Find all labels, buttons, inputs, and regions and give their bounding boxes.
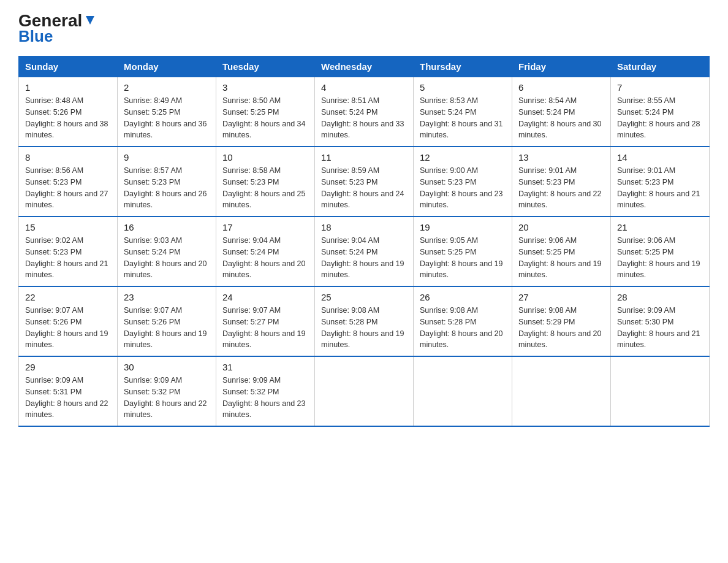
calendar-cell: 27Sunrise: 9:08 AMSunset: 5:29 PMDayligh… [512, 286, 611, 356]
calendar-week-row: 29Sunrise: 9:09 AMSunset: 5:31 PMDayligh… [19, 356, 710, 426]
header-monday: Monday [118, 56, 216, 77]
day-number: 24 [222, 292, 308, 302]
day-info: Sunrise: 8:53 AMSunset: 5:24 PMDaylight:… [420, 95, 506, 141]
header-tuesday: Tuesday [216, 56, 315, 77]
logo: General Blue [18, 12, 97, 46]
header-wednesday: Wednesday [315, 56, 414, 77]
calendar-table: SundayMondayTuesdayWednesdayThursdayFrid… [18, 56, 710, 427]
calendar-cell: 14Sunrise: 9:01 AMSunset: 5:23 PMDayligh… [611, 147, 710, 216]
calendar-cell: 13Sunrise: 9:01 AMSunset: 5:23 PMDayligh… [512, 147, 611, 216]
day-info: Sunrise: 9:04 AMSunset: 5:24 PMDaylight:… [222, 235, 308, 281]
day-number: 14 [617, 152, 703, 163]
calendar-cell: 9Sunrise: 8:57 AMSunset: 5:23 PMDaylight… [118, 147, 216, 216]
calendar-cell: 25Sunrise: 9:08 AMSunset: 5:28 PMDayligh… [315, 286, 414, 356]
day-number: 22 [25, 292, 111, 302]
calendar-cell: 10Sunrise: 8:58 AMSunset: 5:23 PMDayligh… [216, 147, 315, 216]
day-number: 28 [617, 292, 703, 302]
day-info: Sunrise: 8:48 AMSunset: 5:26 PMDaylight:… [25, 95, 111, 141]
day-info: Sunrise: 9:09 AMSunset: 5:32 PMDaylight:… [124, 375, 210, 421]
day-info: Sunrise: 9:01 AMSunset: 5:23 PMDaylight:… [518, 165, 604, 211]
day-number: 21 [617, 222, 703, 232]
day-number: 4 [321, 82, 407, 93]
calendar-cell: 31Sunrise: 9:09 AMSunset: 5:32 PMDayligh… [216, 356, 315, 426]
day-number: 10 [222, 152, 308, 163]
day-number: 13 [518, 152, 604, 163]
calendar-cell: 28Sunrise: 9:09 AMSunset: 5:30 PMDayligh… [611, 286, 710, 356]
calendar-week-row: 8Sunrise: 8:56 AMSunset: 5:23 PMDaylight… [19, 147, 710, 216]
day-info: Sunrise: 8:50 AMSunset: 5:25 PMDaylight:… [222, 95, 308, 141]
calendar-cell: 8Sunrise: 8:56 AMSunset: 5:23 PMDaylight… [19, 147, 118, 216]
calendar-cell: 22Sunrise: 9:07 AMSunset: 5:26 PMDayligh… [19, 286, 118, 356]
day-number: 26 [420, 292, 506, 302]
calendar-cell: 12Sunrise: 9:00 AMSunset: 5:23 PMDayligh… [414, 147, 512, 216]
svg-marker-0 [86, 16, 94, 25]
day-info: Sunrise: 9:07 AMSunset: 5:27 PMDaylight:… [222, 305, 308, 351]
day-info: Sunrise: 9:06 AMSunset: 5:25 PMDaylight:… [518, 235, 604, 281]
day-info: Sunrise: 9:08 AMSunset: 5:28 PMDaylight:… [420, 305, 506, 351]
logo-blue: Blue [18, 27, 53, 46]
day-info: Sunrise: 9:07 AMSunset: 5:26 PMDaylight:… [124, 305, 210, 351]
calendar-cell: 6Sunrise: 8:54 AMSunset: 5:24 PMDaylight… [512, 77, 611, 147]
calendar-cell: 7Sunrise: 8:55 AMSunset: 5:24 PMDaylight… [611, 77, 710, 147]
day-number: 11 [321, 152, 407, 163]
header-friday: Friday [512, 56, 611, 77]
calendar-cell: 23Sunrise: 9:07 AMSunset: 5:26 PMDayligh… [118, 286, 216, 356]
calendar-cell: 4Sunrise: 8:51 AMSunset: 5:24 PMDaylight… [315, 77, 414, 147]
day-info: Sunrise: 8:55 AMSunset: 5:24 PMDaylight:… [617, 95, 703, 141]
page-header: General Blue [18, 12, 710, 46]
day-number: 20 [518, 222, 604, 232]
day-info: Sunrise: 9:08 AMSunset: 5:28 PMDaylight:… [321, 305, 407, 351]
day-info: Sunrise: 8:54 AMSunset: 5:24 PMDaylight:… [518, 95, 604, 141]
day-number: 15 [25, 222, 111, 232]
calendar-cell: 20Sunrise: 9:06 AMSunset: 5:25 PMDayligh… [512, 216, 611, 286]
day-info: Sunrise: 9:04 AMSunset: 5:24 PMDaylight:… [321, 235, 407, 281]
day-info: Sunrise: 9:07 AMSunset: 5:26 PMDaylight:… [25, 305, 111, 351]
calendar-cell: 24Sunrise: 9:07 AMSunset: 5:27 PMDayligh… [216, 286, 315, 356]
day-number: 19 [420, 222, 506, 232]
calendar-cell: 3Sunrise: 8:50 AMSunset: 5:25 PMDaylight… [216, 77, 315, 147]
calendar-cell [512, 356, 611, 426]
day-info: Sunrise: 8:57 AMSunset: 5:23 PMDaylight:… [124, 165, 210, 211]
day-info: Sunrise: 9:00 AMSunset: 5:23 PMDaylight:… [420, 165, 506, 211]
day-info: Sunrise: 9:03 AMSunset: 5:24 PMDaylight:… [124, 235, 210, 281]
day-info: Sunrise: 9:09 AMSunset: 5:31 PMDaylight:… [25, 375, 111, 421]
calendar-cell: 1Sunrise: 8:48 AMSunset: 5:26 PMDaylight… [19, 77, 118, 147]
logo-arrow-icon [83, 13, 97, 27]
day-info: Sunrise: 8:58 AMSunset: 5:23 PMDaylight:… [222, 165, 308, 211]
day-number: 23 [124, 292, 210, 302]
calendar-week-row: 15Sunrise: 9:02 AMSunset: 5:23 PMDayligh… [19, 216, 710, 286]
calendar-cell: 18Sunrise: 9:04 AMSunset: 5:24 PMDayligh… [315, 216, 414, 286]
calendar-cell [315, 356, 414, 426]
day-number: 5 [420, 82, 506, 93]
day-info: Sunrise: 8:59 AMSunset: 5:23 PMDaylight:… [321, 165, 407, 211]
calendar-header-row: SundayMondayTuesdayWednesdayThursdayFrid… [19, 56, 710, 77]
day-info: Sunrise: 9:08 AMSunset: 5:29 PMDaylight:… [518, 305, 604, 351]
calendar-cell: 26Sunrise: 9:08 AMSunset: 5:28 PMDayligh… [414, 286, 512, 356]
day-info: Sunrise: 9:01 AMSunset: 5:23 PMDaylight:… [617, 165, 703, 211]
header-thursday: Thursday [414, 56, 512, 77]
day-number: 30 [124, 362, 210, 372]
calendar-week-row: 22Sunrise: 9:07 AMSunset: 5:26 PMDayligh… [19, 286, 710, 356]
day-info: Sunrise: 9:09 AMSunset: 5:32 PMDaylight:… [222, 375, 308, 421]
calendar-cell: 21Sunrise: 9:06 AMSunset: 5:25 PMDayligh… [611, 216, 710, 286]
calendar-cell: 2Sunrise: 8:49 AMSunset: 5:25 PMDaylight… [118, 77, 216, 147]
calendar-cell: 16Sunrise: 9:03 AMSunset: 5:24 PMDayligh… [118, 216, 216, 286]
header-saturday: Saturday [611, 56, 710, 77]
calendar-cell [414, 356, 512, 426]
calendar-week-row: 1Sunrise: 8:48 AMSunset: 5:26 PMDaylight… [19, 77, 710, 147]
calendar-cell: 11Sunrise: 8:59 AMSunset: 5:23 PMDayligh… [315, 147, 414, 216]
calendar-cell: 29Sunrise: 9:09 AMSunset: 5:31 PMDayligh… [19, 356, 118, 426]
calendar-cell: 19Sunrise: 9:05 AMSunset: 5:25 PMDayligh… [414, 216, 512, 286]
day-number: 3 [222, 82, 308, 93]
day-number: 17 [222, 222, 308, 232]
day-number: 12 [420, 152, 506, 163]
day-number: 27 [518, 292, 604, 302]
day-number: 8 [25, 152, 111, 163]
day-info: Sunrise: 9:09 AMSunset: 5:30 PMDaylight:… [617, 305, 703, 351]
day-number: 29 [25, 362, 111, 372]
day-number: 31 [222, 362, 308, 372]
day-number: 16 [124, 222, 210, 232]
day-number: 6 [518, 82, 604, 93]
day-number: 1 [25, 82, 111, 93]
day-info: Sunrise: 8:56 AMSunset: 5:23 PMDaylight:… [25, 165, 111, 211]
